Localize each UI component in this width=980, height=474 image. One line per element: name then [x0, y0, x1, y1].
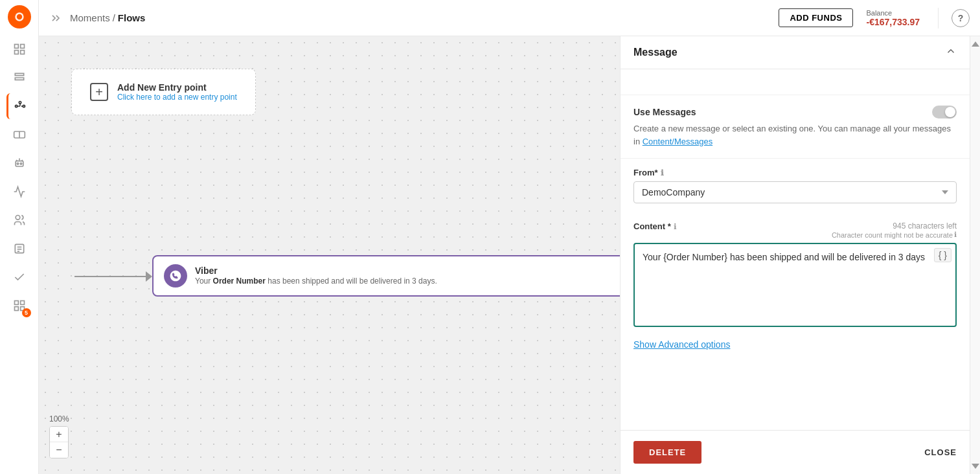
svg-rect-20: [20, 301, 24, 305]
sidebar-item-dashboard[interactable]: [6, 36, 32, 62]
app-header: Moments / Flows ADD FUNDS Balance -€167,…: [39, 0, 980, 36]
scroll-down-indicator[interactable]: [972, 464, 979, 469]
from-field-group: From* ℹ DemoCompany: [621, 159, 970, 212]
panel-footer: DELETE CLOSE: [621, 430, 970, 474]
section-title: Message: [633, 47, 678, 58]
sidebar-item-flows[interactable]: [6, 93, 32, 119]
content-label-block: Content * ℹ: [633, 221, 677, 231]
viber-node-title: Viber: [195, 265, 620, 276]
breadcrumb: Moments / Flows: [70, 12, 145, 23]
svg-rect-3: [20, 45, 24, 49]
scroll-up-indicator[interactable]: [972, 41, 979, 47]
use-messages-row: Use Messages Create a new message or sel…: [621, 95, 970, 159]
content-textarea-inner: Your {Order Number} has been shipped and…: [633, 243, 957, 330]
sidebar-item-campaigns[interactable]: [6, 65, 32, 91]
content-label: Content *: [633, 221, 671, 231]
entry-card-text: Add New Entry point Click here to add a …: [117, 82, 237, 102]
nav-toggle[interactable]: [49, 12, 62, 25]
panel-scrollable[interactable]: Message Use Messages: [621, 36, 970, 430]
svg-point-14: [16, 216, 20, 220]
svg-rect-19: [14, 301, 18, 305]
viber-node-message: Your Order Number has been shipped and w…: [195, 276, 620, 287]
svg-rect-4: [14, 51, 18, 54]
balance-value: -€167,733.97: [866, 17, 920, 27]
balance-label: Balance: [866, 9, 892, 17]
flow-canvas[interactable]: + Add New Entry point Click here to add …: [39, 36, 620, 474]
svg-rect-21: [14, 307, 18, 311]
breadcrumb-moments[interactable]: Moments: [70, 12, 110, 23]
zoom-controls: 100% + −: [49, 414, 69, 458]
zoom-out-button[interactable]: −: [50, 442, 68, 458]
viber-message-suffix: has been shipped and will be delivered i…: [266, 276, 437, 286]
top-content-area: [621, 69, 970, 95]
char-warn: Character count might not be accurate ℹ: [832, 231, 957, 239]
delete-button[interactable]: DELETE: [633, 441, 701, 464]
sidebar-item-content[interactable]: [6, 236, 32, 262]
svg-point-7: [23, 105, 25, 107]
content-messages-link[interactable]: Content/Messages: [643, 137, 712, 146]
connector-line: [74, 276, 149, 277]
char-warn-icon: ℹ: [954, 231, 957, 239]
sidebar: 5: [0, 0, 39, 474]
add-funds-button[interactable]: ADD FUNDS: [779, 8, 853, 27]
app-logo[interactable]: [8, 5, 31, 28]
advanced-link: Show Advanced options: [621, 330, 970, 359]
from-field-label: From* ℹ: [633, 168, 957, 177]
use-messages-label: Use Messages: [633, 107, 696, 117]
zoom-level: 100%: [49, 414, 69, 423]
from-info-icon[interactable]: ℹ: [661, 168, 664, 177]
viber-message-prefix: Your: [195, 276, 213, 286]
sidebar-item-people[interactable]: [6, 207, 32, 233]
section-header: Message: [621, 36, 970, 69]
svg-point-6: [16, 105, 17, 107]
svg-point-8: [19, 102, 21, 104]
breadcrumb-separator: /: [113, 12, 115, 23]
svg-point-12: [17, 163, 19, 165]
entry-point-card[interactable]: + Add New Entry point Click here to add …: [71, 69, 256, 115]
sidebar-item-grid[interactable]: 5: [6, 293, 32, 319]
svg-rect-5: [20, 51, 24, 54]
svg-rect-2: [14, 45, 18, 49]
viber-icon: [164, 264, 187, 288]
viber-message-highlight: Order Number: [213, 276, 266, 286]
toggle-knob: [945, 107, 955, 117]
help-icon[interactable]: ?: [952, 9, 970, 27]
section-collapse-icon[interactable]: [945, 45, 957, 60]
svg-point-13: [20, 163, 22, 165]
use-messages-toggle[interactable]: [932, 106, 957, 119]
right-panel: Message Use Messages: [620, 36, 970, 474]
content-header-row: Content * ℹ 945 characters left Characte…: [621, 212, 970, 243]
viber-node-content: Viber Your Order Number has been shipped…: [195, 265, 620, 287]
notification-badge: 5: [22, 308, 31, 317]
content-textarea-wrap: Your {Order Number} has been shipped and…: [621, 243, 970, 330]
entry-card-subtitle: Click here to add a new entry point: [117, 93, 237, 102]
breadcrumb-flows: Flows: [118, 12, 146, 23]
entry-card-title: Add New Entry point: [117, 82, 237, 93]
content-row: + Add New Entry point Click here to add …: [39, 36, 980, 474]
zoom-in-button[interactable]: +: [50, 427, 68, 442]
sidebar-item-approvals[interactable]: [6, 264, 32, 290]
close-button[interactable]: CLOSE: [924, 447, 957, 457]
use-messages-top: Use Messages: [633, 106, 957, 119]
sidebar-item-bots[interactable]: [6, 150, 32, 176]
content-info-icon[interactable]: ℹ: [674, 222, 677, 231]
char-count-block: 945 characters left Character count migh…: [832, 221, 957, 239]
header-divider: [938, 8, 939, 28]
content-textarea[interactable]: Your {Order Number} has been shipped and…: [633, 243, 957, 327]
connector-arrow: [146, 271, 152, 282]
zoom-buttons: + −: [49, 426, 69, 458]
sidebar-item-analytics[interactable]: [6, 179, 32, 205]
balance-block: Balance -€167,733.97: [861, 9, 925, 27]
from-field-select[interactable]: DemoCompany: [633, 181, 957, 203]
svg-point-1: [16, 14, 21, 19]
entry-plus-icon: +: [90, 83, 108, 101]
panel-scroll-indicator: [970, 36, 980, 474]
show-advanced-options-link[interactable]: Show Advanced options: [633, 339, 730, 350]
main-area: Moments / Flows ADD FUNDS Balance -€167,…: [39, 0, 980, 474]
use-messages-desc: Create a new message or select an existi…: [633, 122, 957, 148]
braces-button[interactable]: { }: [934, 248, 952, 262]
viber-node[interactable]: Viber Your Order Number has been shipped…: [152, 255, 620, 297]
sidebar-item-coupons[interactable]: [6, 122, 32, 148]
char-count: 945 characters left: [832, 221, 957, 231]
